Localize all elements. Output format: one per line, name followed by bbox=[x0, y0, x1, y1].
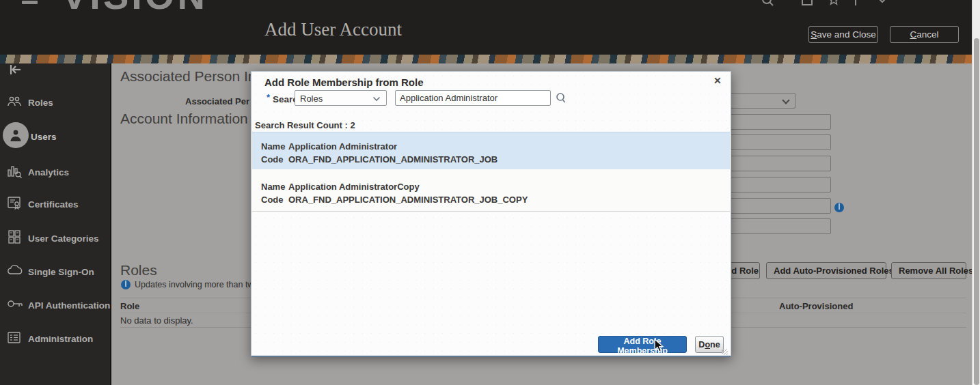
results-divider bbox=[252, 211, 730, 212]
scrollbar-thumb[interactable] bbox=[974, 38, 979, 385]
decorative-banner bbox=[0, 55, 980, 63]
name-label: Name bbox=[261, 182, 280, 192]
scrollbar-track[interactable] bbox=[972, 0, 980, 385]
code-label: Code bbox=[261, 154, 280, 165]
api-authentication-key-icon bbox=[6, 297, 23, 313]
single-sign-on-cloud-icon bbox=[6, 263, 23, 280]
chevron-down-icon bbox=[372, 96, 381, 102]
dialog-resize-handle[interactable] bbox=[722, 349, 728, 355]
collapse-sidebar-icon[interactable] bbox=[10, 64, 26, 81]
name-label: Name bbox=[261, 141, 280, 152]
roles-icon bbox=[6, 94, 23, 111]
chevron-down-icon bbox=[782, 96, 789, 104]
remove-all-roles-button[interactable]: Remove All Roles bbox=[891, 262, 966, 279]
info-icon[interactable] bbox=[834, 203, 844, 212]
info-icon bbox=[121, 280, 131, 289]
sidebar: Roles Users Analytics Certificates bbox=[0, 63, 111, 385]
menu-icon[interactable] bbox=[22, 1, 38, 4]
flag-icon[interactable] bbox=[854, 0, 865, 6]
close-icon[interactable]: ✕ bbox=[713, 75, 722, 86]
add-auto-provisioned-roles-button[interactable]: Add Auto-Provisioned Roles bbox=[766, 262, 886, 279]
search-category-select[interactable]: Roles bbox=[295, 90, 387, 106]
search-icon[interactable] bbox=[555, 92, 567, 104]
brand-logo: VISION bbox=[62, 0, 208, 18]
star-icon[interactable] bbox=[828, 0, 840, 6]
associated-person-field-label: Associated Per bbox=[120, 96, 249, 106]
dialog-title: Add Role Membership from Role bbox=[264, 76, 424, 88]
certificates-icon bbox=[6, 196, 23, 212]
auto-provisioned-column-header: Auto-Provisioned bbox=[779, 301, 853, 311]
account-information-section-title: Account Information bbox=[120, 111, 248, 127]
empty-table-message: No data to display. bbox=[120, 315, 193, 326]
user-categories-icon bbox=[6, 229, 23, 246]
users-icon bbox=[8, 127, 25, 143]
roles-info-text: Updates involving more than tw bbox=[135, 280, 254, 289]
app-root: VISION Add User Account Save and Close C… bbox=[0, 0, 980, 385]
mouse-cursor bbox=[654, 339, 665, 354]
cancel-button[interactable]: Cancel bbox=[890, 26, 959, 43]
done-button[interactable]: Done bbox=[695, 336, 724, 353]
search-input[interactable] bbox=[395, 90, 551, 106]
user-menu-chevron-icon[interactable] bbox=[877, 0, 887, 4]
code-label: Code bbox=[261, 195, 280, 205]
administration-icon bbox=[6, 330, 23, 347]
add-role-membership-button[interactable]: Add Role Membership bbox=[598, 336, 687, 353]
result-code: ORA_FND_APPLICATION_ADMINISTRATOR_JOB bbox=[288, 154, 498, 165]
result-code: ORA_FND_APPLICATION_ADMINISTRATOR_JOB_CO… bbox=[288, 195, 528, 205]
roles-section-title: Roles bbox=[120, 262, 157, 279]
result-name: Application Administrator bbox=[288, 141, 397, 152]
search-icon[interactable] bbox=[761, 0, 774, 7]
search-result-count: Search Result Count : 2 bbox=[255, 120, 355, 130]
required-marker: * bbox=[267, 92, 270, 102]
page-title: Add User Account bbox=[264, 19, 402, 40]
analytics-icon bbox=[6, 164, 23, 180]
result-name: Application AdministratorCopy bbox=[288, 182, 420, 192]
add-role-membership-dialog: Add Role Membership from Role ✕ * Search… bbox=[251, 71, 731, 357]
search-result-row[interactable]: Name Application AdministratorCopy Code … bbox=[252, 169, 730, 211]
search-result-row[interactable]: Name Application Administrator Code ORA_… bbox=[252, 132, 730, 169]
role-column-header: Role bbox=[120, 301, 139, 311]
save-and-close-button[interactable]: Save and Close bbox=[808, 26, 878, 43]
top-header: VISION Add User Account Save and Close C… bbox=[0, 0, 980, 55]
bookmark-icon[interactable] bbox=[800, 0, 814, 6]
